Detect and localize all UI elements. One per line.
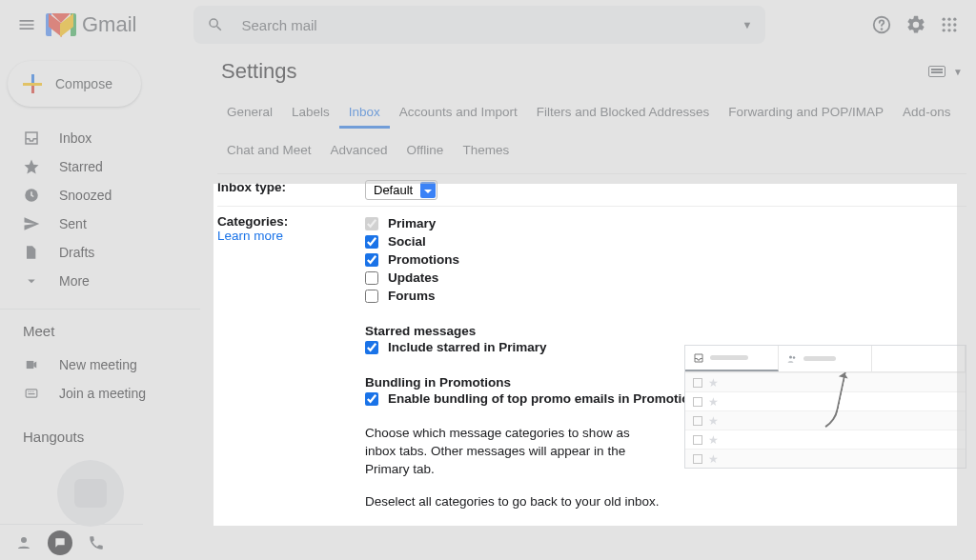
tab-chat-meet[interactable]: Chat and Meet (217, 137, 321, 167)
join-meeting-button[interactable]: Join a meeting (0, 379, 200, 408)
preview-tab-empty (872, 346, 966, 371)
hangouts-placeholder-icon (57, 460, 124, 527)
svg-point-14 (789, 355, 792, 358)
svg-point-10 (953, 29, 956, 31)
svg-point-2 (943, 18, 946, 21)
inbox-type-row: Inbox type: Default (217, 173, 966, 206)
search-placeholder: Search mail (241, 17, 316, 33)
inbox-icon (23, 130, 42, 147)
support-icon[interactable] (871, 14, 892, 35)
settings-gear-icon[interactable] (905, 14, 926, 35)
svg-point-9 (947, 29, 950, 31)
contacts-icon[interactable] (15, 534, 32, 551)
nav-inbox[interactable]: Inbox (0, 124, 200, 152)
svg-point-3 (947, 18, 950, 21)
forums-checkbox[interactable] (365, 290, 378, 303)
send-icon (23, 215, 42, 232)
category-primary: Primary (365, 214, 966, 232)
learn-more-link[interactable]: Learn more (217, 229, 283, 243)
category-promotions[interactable]: Promotions (365, 250, 966, 269)
svg-point-7 (953, 23, 956, 26)
tab-themes[interactable]: Themes (453, 137, 518, 167)
svg-point-13 (21, 537, 27, 543)
settings-tabs-row1: General Labels Inbox Accounts and Import… (217, 99, 966, 130)
categories-description-2: Deselect all categories to go back to yo… (365, 494, 966, 509)
search-options-caret-icon[interactable]: ▼ (742, 19, 753, 30)
input-tool-selector[interactable]: ▼ (928, 66, 963, 77)
tab-accounts[interactable]: Accounts and Import (390, 99, 527, 129)
tab-inbox[interactable]: Inbox (339, 99, 390, 129)
preview-row: ★ (685, 449, 966, 468)
hangouts-section-header: Hangouts (0, 411, 200, 452)
preview-tab-primary (685, 346, 779, 371)
promotions-checkbox[interactable] (365, 253, 378, 267)
left-sidebar: Compose Inbox Starred Snoozed Sent Draft… (0, 55, 200, 527)
page-title: Settings (221, 59, 297, 84)
tab-forwarding[interactable]: Forwarding and POP/IMAP (719, 99, 893, 129)
apps-grid-icon[interactable] (940, 15, 959, 34)
nav-starred[interactable]: Starred (0, 152, 200, 181)
tab-labels[interactable]: Labels (282, 99, 339, 129)
starred-messages-header: Starred messages (365, 324, 966, 338)
nav-sent[interactable]: Sent (0, 210, 200, 238)
primary-checkbox (365, 217, 378, 230)
search-icon (207, 16, 224, 33)
tab-general[interactable]: General (217, 99, 282, 129)
plus-icon (23, 74, 42, 93)
nav-snoozed[interactable]: Snoozed (0, 181, 200, 210)
chevron-down-icon (23, 272, 42, 290)
updates-checkbox[interactable] (365, 271, 378, 285)
categories-label: Categories: (217, 214, 365, 229)
compose-label: Compose (55, 76, 112, 91)
svg-point-8 (943, 29, 946, 31)
inbox-type-select[interactable]: Default (365, 180, 437, 200)
tab-filters[interactable]: Filters and Blocked Addresses (527, 99, 720, 129)
video-icon (23, 358, 42, 371)
category-forums[interactable]: Forums (365, 287, 966, 305)
svg-point-15 (793, 356, 796, 359)
meet-nav-list: New meeting Join a meeting (0, 347, 200, 411)
meet-section-header: Meet (0, 310, 200, 347)
tab-addons[interactable]: Add-ons (893, 99, 960, 129)
inbox-mini-icon (693, 352, 704, 364)
search-input[interactable]: Search mail ▼ (193, 6, 765, 44)
new-meeting-button[interactable]: New meeting (0, 350, 200, 379)
tab-advanced[interactable]: Advanced (321, 137, 397, 167)
nav-more[interactable]: More (0, 267, 200, 295)
preview-row: ★ (685, 430, 966, 449)
settings-tabs-row2: Chat and Meet Advanced Offline Themes (217, 137, 966, 168)
tab-offline[interactable]: Offline (397, 137, 454, 167)
product-name: Gmail (82, 12, 136, 37)
gmail-logo-icon (46, 13, 76, 36)
app-header: Gmail Search mail ▼ (0, 0, 976, 50)
compose-button[interactable]: Compose (8, 61, 141, 107)
folder-nav-list: Inbox Starred Snoozed Sent Drafts More (0, 120, 200, 299)
clock-icon (23, 187, 42, 204)
keyboard-icon (23, 387, 42, 400)
people-mini-icon (786, 353, 798, 365)
category-social[interactable]: Social (365, 232, 966, 250)
inbox-type-label: Inbox type: (217, 180, 365, 200)
hangouts-chat-icon[interactable] (48, 530, 72, 555)
include-starred-checkbox[interactable] (365, 341, 378, 354)
inbox-preview-diagram: ★ ★ ★ ★ ★ (684, 345, 966, 469)
svg-point-4 (953, 18, 956, 21)
nav-drafts[interactable]: Drafts (0, 238, 200, 267)
phone-icon[interactable] (88, 534, 105, 551)
categories-description-1: Choose which message categories to show … (365, 425, 651, 479)
bundling-checkbox[interactable] (365, 392, 378, 406)
star-icon (23, 158, 42, 175)
svg-point-5 (943, 23, 946, 26)
hangouts-footer-bar (0, 524, 143, 560)
category-updates[interactable]: Updates (365, 269, 966, 287)
file-icon (23, 244, 42, 261)
svg-point-1 (882, 29, 883, 30)
svg-point-6 (947, 23, 950, 26)
main-menu-button[interactable] (8, 6, 46, 44)
social-checkbox[interactable] (365, 235, 378, 249)
keyboard-small-icon (928, 66, 946, 77)
